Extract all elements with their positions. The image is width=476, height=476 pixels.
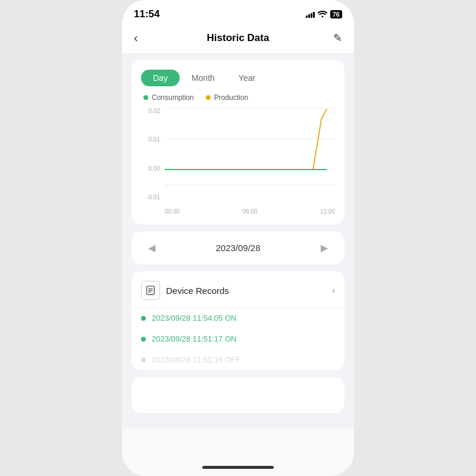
production-label: Production (214, 93, 248, 102)
record-text-2: 2023/09/28 11:51:17 ON (152, 334, 236, 343)
status-bar: 11:54 76 (122, 0, 354, 25)
chart-card: Day Month Year Consumption Production 0.… (131, 60, 345, 224)
record-text-3: 2023/09/28 11:51:16 OFF (152, 355, 240, 364)
device-records-arrow: › (332, 285, 335, 296)
wifi-icon (318, 10, 327, 19)
content-area: Day Month Year Consumption Production 0.… (122, 53, 354, 428)
production-dot (206, 95, 211, 100)
record-dot-2 (141, 337, 146, 342)
status-time: 11:54 (134, 8, 159, 20)
x-axis-labels: 00:00 06:00 11:00 (165, 208, 335, 215)
back-button[interactable]: ‹ (134, 31, 152, 45)
device-records-left: Device Records (141, 281, 229, 300)
bottom-bar (122, 428, 354, 476)
record-item-3: 2023/09/28 11:51:16 OFF (131, 349, 345, 370)
current-date: 2023/09/28 (215, 243, 260, 253)
date-navigation: ◀ 2023/09/28 ▶ (131, 231, 345, 264)
record-item-1: 2023/09/28 11:54:05 ON (131, 308, 345, 328)
chart-legend: Consumption Production (141, 93, 335, 102)
status-icons: 76 (306, 10, 342, 19)
tab-day[interactable]: Day (141, 70, 180, 86)
next-date-button[interactable]: ▶ (316, 240, 333, 256)
page-title: Historic Data (207, 32, 270, 44)
signal-icon (306, 11, 315, 18)
consumption-dot (143, 95, 148, 100)
edit-button[interactable]: ✎ (324, 32, 342, 45)
app-header: ‹ Historic Data ✎ (122, 25, 354, 53)
spacer-card (131, 377, 345, 413)
tab-year[interactable]: Year (227, 70, 267, 86)
record-dot-3 (141, 358, 146, 362)
legend-consumption: Consumption (143, 93, 194, 102)
record-item-2: 2023/09/28 11:51:17 ON (131, 328, 345, 349)
consumption-label: Consumption (152, 93, 194, 102)
device-records-header[interactable]: Device Records › (131, 271, 345, 308)
chart-svg (165, 108, 335, 201)
device-records-title: Device Records (166, 286, 229, 296)
device-records-card: Device Records › 2023/09/28 11:54:05 ON … (131, 271, 345, 370)
battery-icon: 76 (330, 10, 342, 18)
tab-month[interactable]: Month (180, 70, 227, 86)
record-text-1: 2023/09/28 11:54:05 ON (152, 314, 236, 322)
legend-production: Production (206, 93, 248, 102)
prev-date-button[interactable]: ◀ (143, 240, 160, 256)
records-icon (141, 281, 160, 300)
y-axis-labels: 0.02 0.01 0.00 -0.01 (141, 108, 162, 201)
chart-area: 0.02 0.01 0.00 -0.01 (141, 108, 335, 215)
record-dot-1 (141, 316, 146, 321)
tab-bar: Day Month Year (141, 70, 335, 86)
home-indicator (202, 466, 274, 469)
